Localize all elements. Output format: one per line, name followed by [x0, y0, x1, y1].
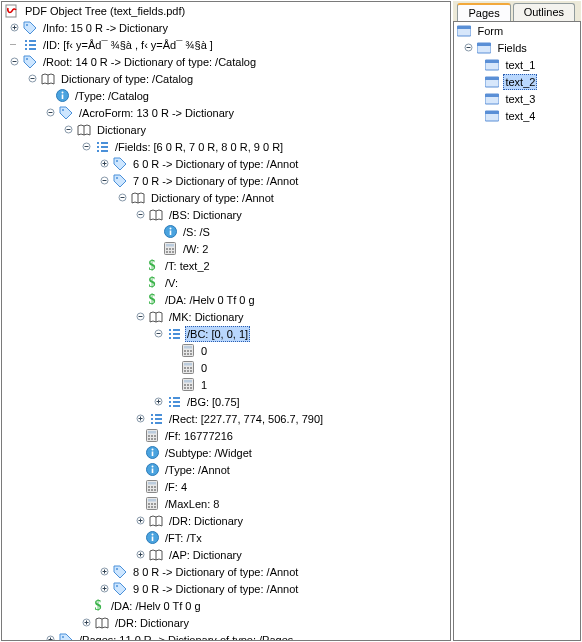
tree-node[interactable]: /Fields: [6 0 R, 7 0 R, 8 0 R, 9 0 R]	[2, 138, 450, 155]
node-label[interactable]: /T: text_2	[163, 258, 212, 274]
tree-node[interactable]: /DR: Dictionary	[2, 512, 450, 529]
tree-node[interactable]: 0	[2, 342, 450, 359]
node-label[interactable]: /W: 2	[181, 241, 210, 257]
node-label[interactable]: /Subtype: /Widget	[163, 445, 254, 461]
toggle-handle[interactable]	[134, 311, 146, 323]
node-label[interactable]: /AP: Dictionary	[167, 547, 244, 563]
node-label[interactable]: /FT: /Tx	[163, 530, 204, 546]
tree-node[interactable]: /DR: Dictionary	[2, 614, 450, 631]
node-label[interactable]: /Root: 14 0 R -> Dictionary of type: /Ca…	[41, 54, 258, 70]
tree-node[interactable]: /Type: /Annot	[2, 461, 450, 478]
node-label[interactable]: /DR: Dictionary	[113, 615, 191, 631]
node-label[interactable]: /S: /S	[181, 224, 212, 240]
tree-node[interactable]: $/V:	[2, 274, 450, 291]
field-text1[interactable]: text_1	[503, 57, 537, 73]
tree-node[interactable]: 7 0 R -> Dictionary of type: /Annot	[2, 172, 450, 189]
node-label[interactable]: 1	[199, 377, 209, 393]
tree-node[interactable]: /ID: [f‹ y=Åd¯ ¾§à , f‹ y=Åd¯ ¾§à ]	[2, 36, 450, 53]
toggle-handle[interactable]	[152, 396, 164, 408]
tree-node[interactable]: /AP: Dictionary	[2, 546, 450, 563]
tree-node[interactable]: 0	[2, 359, 450, 376]
node-label[interactable]: /MaxLen: 8	[163, 496, 221, 512]
node-label[interactable]: 9 0 R -> Dictionary of type: /Annot	[131, 581, 300, 597]
tree-node[interactable]: /FT: /Tx	[2, 529, 450, 546]
field-text3[interactable]: text_3	[503, 91, 537, 107]
toggle-handle[interactable]	[116, 192, 128, 204]
toggle-handle[interactable]	[8, 56, 20, 68]
node-label[interactable]: /V:	[163, 275, 180, 291]
node-label[interactable]: 0	[199, 343, 209, 359]
toggle-handle[interactable]	[152, 328, 164, 340]
node-label[interactable]: /ID: [f‹ y=Åd¯ ¾§à , f‹ y=Åd¯ ¾§à ]	[41, 37, 215, 53]
tree-node[interactable]: /MaxLen: 8	[2, 495, 450, 512]
fields-label[interactable]: Fields	[495, 40, 528, 56]
tree-node[interactable]: /Root: 14 0 R -> Dictionary of type: /Ca…	[2, 53, 450, 70]
tree-node[interactable]: $/DA: /Helv 0 Tf 0 g	[2, 597, 450, 614]
tree-node[interactable]: /AcroForm: 13 0 R -> Dictionary	[2, 104, 450, 121]
node-label[interactable]: /Fields: [6 0 R, 7 0 R, 8 0 R, 9 0 R]	[113, 139, 285, 155]
node-label[interactable]: /DA: /Helv 0 Tf 0 g	[163, 292, 257, 308]
node-label[interactable]: Dictionary of type: /Annot	[149, 190, 276, 206]
toggle-handle[interactable]	[98, 566, 110, 578]
node-label[interactable]: /Type: /Annot	[163, 462, 232, 478]
toggle-handle[interactable]	[80, 617, 92, 629]
tree-node[interactable]: 9 0 R -> Dictionary of type: /Annot	[2, 580, 450, 597]
toggle-handle[interactable]	[134, 413, 146, 425]
tree-node[interactable]: /Type: /Catalog	[2, 87, 450, 104]
node-label[interactable]: /MK: Dictionary	[167, 309, 246, 325]
node-label[interactable]: /Type: /Catalog	[73, 88, 151, 104]
field-text2[interactable]: text_2	[503, 74, 537, 90]
tree-panel[interactable]: PDF Object Tree (text_fields.pdf) /Info:…	[1, 1, 451, 641]
tree-node[interactable]: 6 0 R -> Dictionary of type: /Annot	[2, 155, 450, 172]
tab-outlines[interactable]: Outlines	[513, 3, 575, 21]
tree-node[interactable]: /BC: [0, 0, 1]	[2, 325, 450, 342]
node-label[interactable]: 0	[199, 360, 209, 376]
toggle-handle[interactable]	[80, 141, 92, 153]
tree-node[interactable]: /MK: Dictionary	[2, 308, 450, 325]
tree-node[interactable]: $/DA: /Helv 0 Tf 0 g	[2, 291, 450, 308]
tree-node[interactable]: /S: /S	[2, 223, 450, 240]
toggle-handle[interactable]	[44, 634, 56, 642]
tree-node[interactable]: Dictionary	[2, 121, 450, 138]
tree-node[interactable]: Dictionary of type: /Catalog	[2, 70, 450, 87]
toggle-handle[interactable]	[98, 158, 110, 170]
node-label[interactable]: /Ff: 16777216	[163, 428, 235, 444]
tree-node[interactable]: /W: 2	[2, 240, 450, 257]
tree-node[interactable]: /Info: 15 0 R -> Dictionary	[2, 19, 450, 36]
toggle-handle[interactable]	[98, 583, 110, 595]
toggle-handle[interactable]	[98, 175, 110, 187]
node-label[interactable]: /Info: 15 0 R -> Dictionary	[41, 20, 170, 36]
node-label[interactable]: Dictionary of type: /Catalog	[59, 71, 195, 87]
toggle-handle[interactable]	[62, 124, 74, 136]
node-label[interactable]: /BS: Dictionary	[167, 207, 244, 223]
node-label[interactable]: /AcroForm: 13 0 R -> Dictionary	[77, 105, 236, 121]
field-text4[interactable]: text_4	[503, 108, 537, 124]
toggle-handle[interactable]	[134, 549, 146, 561]
tree-node[interactable]: /BG: [0.75]	[2, 393, 450, 410]
node-label[interactable]: /BG: [0.75]	[185, 394, 242, 410]
tree-node[interactable]: /BS: Dictionary	[2, 206, 450, 223]
tree-node[interactable]: 8 0 R -> Dictionary of type: /Annot	[2, 563, 450, 580]
toggle-handle[interactable]	[134, 515, 146, 527]
tab-pages[interactable]: Pages	[457, 3, 510, 21]
toggle-handle[interactable]	[462, 42, 474, 54]
node-label[interactable]: /DA: /Helv 0 Tf 0 g	[109, 598, 203, 614]
toggle-handle[interactable]	[44, 107, 56, 119]
tree-node[interactable]: 1	[2, 376, 450, 393]
node-label[interactable]: 7 0 R -> Dictionary of type: /Annot	[131, 173, 300, 189]
tree-node[interactable]: /Rect: [227.77, 774, 506.7, 790]	[2, 410, 450, 427]
tree-node[interactable]: $/T: text_2	[2, 257, 450, 274]
toggle-handle[interactable]	[26, 73, 38, 85]
tree-node[interactable]: /Subtype: /Widget	[2, 444, 450, 461]
tree-node[interactable]: /Pages: 11 0 R -> Dictionary of type: /P…	[2, 631, 450, 641]
node-label[interactable]: /Pages: 11 0 R -> Dictionary of type: /P…	[77, 632, 295, 642]
node-label[interactable]: /BC: [0, 0, 1]	[185, 326, 250, 342]
node-label[interactable]: /DR: Dictionary	[167, 513, 245, 529]
toggle-handle[interactable]	[134, 209, 146, 221]
node-label[interactable]: Dictionary	[95, 122, 148, 138]
toggle-handle[interactable]	[8, 22, 20, 34]
tree-node[interactable]: /F: 4	[2, 478, 450, 495]
node-label[interactable]: /Rect: [227.77, 774, 506.7, 790]	[167, 411, 325, 427]
node-label[interactable]: 6 0 R -> Dictionary of type: /Annot	[131, 156, 300, 172]
tree-node[interactable]: /Ff: 16777216	[2, 427, 450, 444]
